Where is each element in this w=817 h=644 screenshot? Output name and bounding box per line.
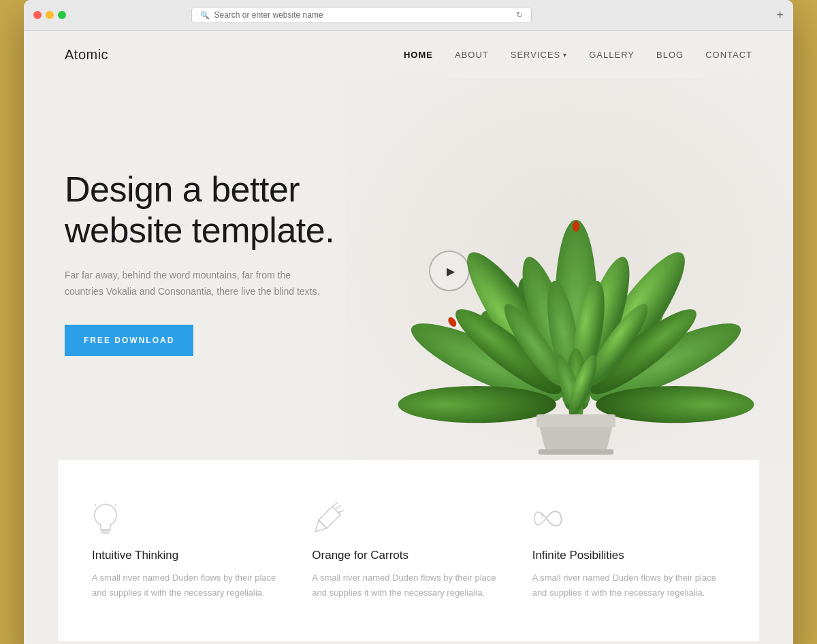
svg-line-30	[115, 504, 116, 506]
nav-blog[interactable]: BLOG	[656, 50, 684, 60]
feature-title-2: Orange for Carrots	[312, 549, 504, 562]
svg-rect-24	[536, 415, 615, 428]
site-header: Atomic HOME ABOUT SERVICES ▾ GALLERY BLO…	[24, 31, 793, 79]
website-content: Atomic HOME ABOUT SERVICES ▾ GALLERY BLO…	[24, 31, 793, 644]
feature-item-1: Intuitive Thinking A small river named D…	[92, 494, 285, 607]
browser-window: 🔍 Search or enter website name ↻ + Atomi…	[24, 0, 793, 644]
carrot-icon	[312, 501, 504, 535]
nav-contact[interactable]: CONTACT	[705, 50, 752, 60]
hero-description: Far far away, behind the word mountains,…	[65, 268, 323, 300]
nav-gallery[interactable]: GALLERY	[589, 50, 635, 60]
features-section: Intuitive Thinking A small river named D…	[58, 460, 759, 641]
svg-line-32	[336, 505, 341, 509]
svg-point-11	[573, 221, 579, 231]
minimize-button[interactable]	[46, 11, 54, 19]
play-button-wrapper: ▶	[429, 251, 470, 291]
infinity-icon	[532, 501, 725, 535]
svg-point-9	[398, 386, 556, 423]
refresh-button[interactable]: ↻	[516, 10, 523, 20]
svg-rect-25	[539, 449, 613, 455]
svg-point-10	[596, 386, 754, 423]
feature-description-1: A small river named Duden flows by their…	[92, 570, 285, 600]
site-logo[interactable]: Atomic	[65, 47, 108, 63]
hero-title: Design a better website template.	[65, 170, 419, 251]
svg-line-33	[338, 511, 344, 513]
browser-toolbar: 🔍 Search or enter website name ↻ +	[24, 0, 793, 31]
address-bar[interactable]: 🔍 Search or enter website name ↻	[191, 7, 532, 23]
svg-line-29	[95, 504, 96, 506]
nav-home[interactable]: HOME	[404, 50, 433, 60]
feature-item-2: Orange for Carrots A small river named D…	[312, 494, 504, 607]
search-icon: 🔍	[200, 11, 210, 20]
svg-line-31	[332, 502, 338, 506]
chevron-down-icon: ▾	[563, 51, 567, 59]
nav-about[interactable]: ABOUT	[455, 50, 489, 60]
hero-section: Design a better website template. Far fa…	[24, 79, 793, 460]
hero-content: Design a better website template. Far fa…	[65, 170, 419, 355]
feature-description-2: A small river named Duden flows by their…	[312, 570, 504, 600]
play-icon: ▶	[447, 265, 455, 278]
feature-title-3: Infinite Posibilities	[532, 549, 725, 562]
free-download-button[interactable]: FREE DOWNLOAD	[65, 325, 193, 356]
feature-item-3: Infinite Posibilities A small river name…	[532, 494, 725, 607]
play-button[interactable]: ▶	[429, 251, 470, 291]
nav-services[interactable]: SERVICES ▾	[511, 50, 568, 60]
feature-description-3: A small river named Duden flows by their…	[532, 570, 725, 600]
lightbulb-icon	[92, 501, 285, 535]
new-tab-button[interactable]: +	[776, 9, 784, 21]
address-text: Search or enter website name	[214, 10, 512, 20]
maximize-button[interactable]	[58, 11, 66, 19]
close-button[interactable]	[33, 11, 42, 19]
window-controls	[33, 11, 66, 19]
feature-title-1: Intuitive Thinking	[92, 549, 285, 562]
site-nav: HOME ABOUT SERVICES ▾ GALLERY BLOG CONTA…	[404, 50, 752, 60]
watermark: www.heritagechristiancollege.com	[24, 641, 793, 644]
